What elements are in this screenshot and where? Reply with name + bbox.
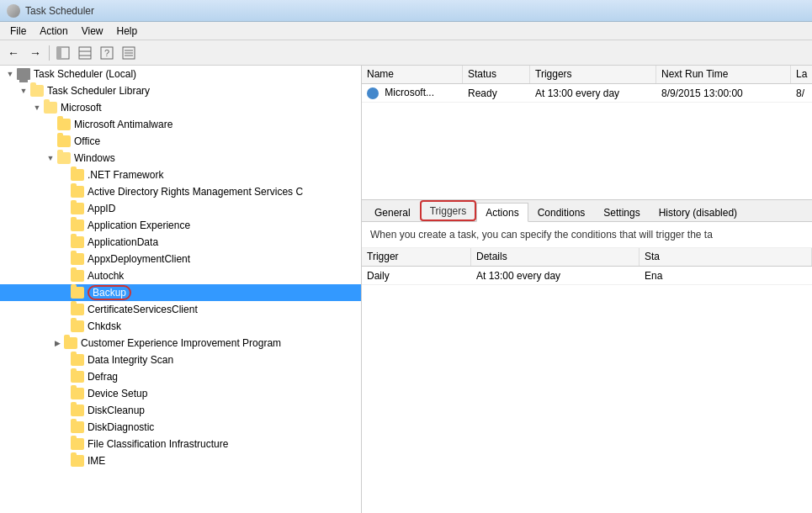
fci-label: File Classification Infrastructure bbox=[88, 438, 228, 450]
tree-item-discan[interactable]: ▶ Data Integrity Scan bbox=[0, 352, 361, 368]
col-name-header[interactable]: Name bbox=[362, 66, 463, 83]
trigger-row[interactable]: Daily At 13:00 every day Ena bbox=[362, 267, 812, 285]
tab-bar: General Triggers Actions Conditions Sett… bbox=[362, 200, 812, 222]
help-icon-button[interactable]: ? bbox=[97, 44, 117, 62]
discan-label: Data Integrity Scan bbox=[88, 354, 173, 366]
menu-view[interactable]: View bbox=[75, 24, 110, 39]
appexp-label: Application Experience bbox=[88, 219, 190, 231]
antimalware-folder-icon bbox=[57, 119, 71, 130]
task-last-cell: 8/ bbox=[791, 86, 812, 101]
windows-label: Windows bbox=[74, 152, 115, 164]
title-bar-icon bbox=[7, 4, 20, 18]
tree-item-chkdsk[interactable]: ▶ Chkdsk bbox=[0, 318, 361, 335]
tree-item-appdata[interactable]: ▶ ApplicationData bbox=[0, 234, 361, 251]
title-bar-text: Task Scheduler bbox=[25, 5, 94, 17]
appid-label: AppID bbox=[88, 203, 115, 214]
ceip-label: Customer Experience Improvement Program bbox=[81, 337, 281, 349]
root-expander[interactable]: ▼ bbox=[3, 67, 17, 81]
certsvc-folder-icon bbox=[71, 304, 84, 315]
tree-item-certsvc[interactable]: ▶ CertificateServicesClient bbox=[0, 301, 361, 318]
triggers-table-area: Trigger Details Sta Daily At 13:00 every… bbox=[362, 248, 812, 513]
help-icon: ? bbox=[100, 46, 114, 60]
tree-item-backup[interactable]: ▶ Backup bbox=[0, 284, 361, 301]
tree-container[interactable]: ▼ Task Scheduler (Local) ▼ Task Schedule… bbox=[0, 66, 361, 513]
task-row[interactable]: Microsoft... Ready At 13:00 every day 8/… bbox=[362, 84, 812, 103]
tree-library[interactable]: ▼ Task Scheduler Library bbox=[0, 82, 361, 99]
chkdsk-folder-icon bbox=[71, 320, 84, 332]
tcol-details-header[interactable]: Details bbox=[471, 248, 640, 266]
tcol-status-header[interactable]: Sta bbox=[640, 248, 812, 266]
menu-action[interactable]: Action bbox=[33, 24, 74, 39]
windows-folder-icon bbox=[57, 152, 71, 164]
menu-bar: File Action View Help bbox=[0, 22, 812, 40]
tab-triggers[interactable]: Triggers bbox=[420, 200, 477, 221]
task-nextrun-cell: 8/9/2015 13:00:00 bbox=[656, 86, 791, 101]
triggers-table-header: Trigger Details Sta bbox=[362, 248, 812, 267]
diskdiag-folder-icon bbox=[71, 421, 84, 433]
diskdiag-label: DiskDiagnostic bbox=[88, 421, 154, 433]
show-hide-button[interactable] bbox=[53, 44, 73, 62]
tree-antimalware[interactable]: ▶ Microsoft Antimalware bbox=[0, 116, 361, 133]
tree-item-adrightsmanagement[interactable]: ▶ Active Directory Rights Management Ser… bbox=[0, 183, 361, 200]
back-button[interactable]: ← bbox=[3, 44, 24, 62]
defrag-folder-icon bbox=[71, 371, 84, 383]
tree-item-appxdeploy[interactable]: ▶ AppxDeploymentClient bbox=[0, 251, 361, 267]
extra-button[interactable] bbox=[119, 44, 139, 62]
view-button[interactable] bbox=[75, 44, 95, 62]
tree-item-appexp[interactable]: ▶ Application Experience bbox=[0, 217, 361, 234]
col-status-header[interactable]: Status bbox=[463, 66, 530, 83]
tree-item-devsetup[interactable]: ▶ Device Setup bbox=[0, 385, 361, 402]
autochk-label: Autochk bbox=[88, 270, 124, 282]
tab-actions[interactable]: Actions bbox=[476, 203, 528, 222]
tree-item-defrag[interactable]: ▶ Defrag bbox=[0, 368, 361, 385]
tcol-trigger-header[interactable]: Trigger bbox=[362, 248, 471, 266]
tree-item-autochk[interactable]: ▶ Autochk bbox=[0, 267, 361, 284]
windows-expander[interactable]: ▼ bbox=[44, 151, 57, 165]
appdata-folder-icon bbox=[71, 236, 84, 248]
svg-text:?: ? bbox=[104, 48, 109, 58]
task-name-cell: Microsoft... bbox=[362, 85, 463, 101]
tree-windows[interactable]: ▼ Windows bbox=[0, 150, 361, 167]
tree-office[interactable]: ▶ Office bbox=[0, 133, 361, 150]
tree-item-ime[interactable]: ▶ IME bbox=[0, 452, 361, 469]
col-nextrun-header[interactable]: Next Run Time bbox=[656, 66, 791, 83]
task-list-header: Name Status Triggers Next Run Time La bbox=[362, 66, 812, 84]
left-panel: ▼ Task Scheduler (Local) ▼ Task Schedule… bbox=[0, 66, 362, 513]
microsoft-expander[interactable]: ▼ bbox=[30, 101, 44, 114]
trigger-type-cell: Daily bbox=[362, 268, 471, 283]
forward-button[interactable]: → bbox=[25, 44, 45, 62]
menu-file[interactable]: File bbox=[3, 24, 33, 39]
tree-item-diskdiag[interactable]: ▶ DiskDiagnostic bbox=[0, 419, 361, 436]
tree-item-fci[interactable]: ▶ File Classification Infrastructure bbox=[0, 436, 361, 452]
tab-settings[interactable]: Settings bbox=[594, 203, 649, 222]
toolbar: ← → ? bbox=[0, 40, 812, 66]
tree-item-net[interactable]: ▶ .NET Framework bbox=[0, 167, 361, 183]
tree-scroll-wrap: ▼ Task Scheduler (Local) ▼ Task Schedule… bbox=[0, 66, 361, 513]
tab-history[interactable]: History (disabled) bbox=[650, 203, 746, 222]
tab-conditions[interactable]: Conditions bbox=[528, 203, 595, 222]
ime-label: IME bbox=[88, 455, 105, 467]
appdata-label: ApplicationData bbox=[88, 236, 158, 248]
chkdsk-label: Chkdsk bbox=[88, 320, 121, 332]
library-expander[interactable]: ▼ bbox=[17, 84, 30, 98]
task-list-area: Name Status Triggers Next Run Time La Mi… bbox=[362, 66, 812, 200]
task-triggers-cell: At 13:00 every day bbox=[530, 86, 656, 101]
ceip-expander[interactable]: ▶ bbox=[50, 336, 64, 350]
trigger-status-cell: Ena bbox=[640, 268, 812, 283]
extra-icon bbox=[122, 46, 135, 60]
tree-item-appid[interactable]: ▶ AppID bbox=[0, 200, 361, 217]
tree-root[interactable]: ▼ Task Scheduler (Local) bbox=[0, 66, 361, 82]
adrights-label: Active Directory Rights Management Servi… bbox=[88, 186, 303, 198]
tree-item-ceip[interactable]: ▶ Customer Experience Improvement Progra… bbox=[0, 335, 361, 352]
col-triggers-header[interactable]: Triggers bbox=[530, 66, 656, 83]
detail-area: General Triggers Actions Conditions Sett… bbox=[362, 200, 812, 513]
col-last-header[interactable]: La bbox=[791, 66, 812, 83]
tab-general[interactable]: General bbox=[365, 203, 420, 222]
ceip-folder-icon bbox=[64, 337, 77, 349]
menu-help[interactable]: Help bbox=[110, 24, 145, 39]
tree-microsoft[interactable]: ▼ Microsoft bbox=[0, 99, 361, 116]
tree-item-diskclean[interactable]: ▶ DiskCleanup bbox=[0, 402, 361, 419]
right-panel: Name Status Triggers Next Run Time La Mi… bbox=[362, 66, 812, 513]
backup-highlight: Backup bbox=[88, 285, 131, 300]
discan-folder-icon bbox=[71, 354, 84, 366]
